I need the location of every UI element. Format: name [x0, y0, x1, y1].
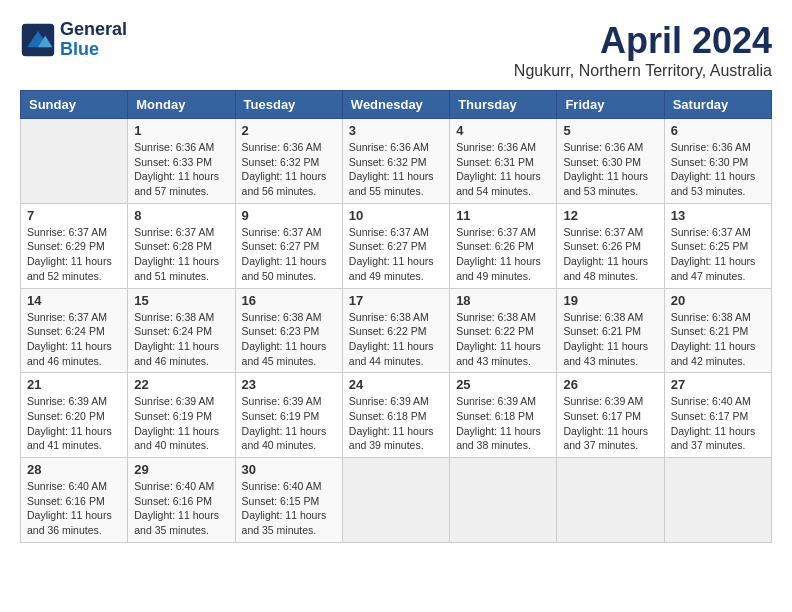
logo-icon	[20, 22, 56, 58]
calendar-cell: 2Sunrise: 6:36 AM Sunset: 6:32 PM Daylig…	[235, 119, 342, 204]
day-info: Sunrise: 6:39 AM Sunset: 6:19 PM Dayligh…	[134, 394, 228, 453]
day-info: Sunrise: 6:39 AM Sunset: 6:18 PM Dayligh…	[349, 394, 443, 453]
day-info: Sunrise: 6:36 AM Sunset: 6:30 PM Dayligh…	[563, 140, 657, 199]
day-info: Sunrise: 6:37 AM Sunset: 6:24 PM Dayligh…	[27, 310, 121, 369]
calendar-cell: 23Sunrise: 6:39 AM Sunset: 6:19 PM Dayli…	[235, 373, 342, 458]
day-number: 16	[242, 293, 336, 308]
weekday-header-sunday: Sunday	[21, 91, 128, 119]
day-number: 14	[27, 293, 121, 308]
day-info: Sunrise: 6:39 AM Sunset: 6:20 PM Dayligh…	[27, 394, 121, 453]
calendar-cell	[557, 458, 664, 543]
day-info: Sunrise: 6:39 AM Sunset: 6:18 PM Dayligh…	[456, 394, 550, 453]
calendar-cell: 1Sunrise: 6:36 AM Sunset: 6:33 PM Daylig…	[128, 119, 235, 204]
calendar-cell	[450, 458, 557, 543]
day-info: Sunrise: 6:37 AM Sunset: 6:29 PM Dayligh…	[27, 225, 121, 284]
calendar-cell	[342, 458, 449, 543]
day-info: Sunrise: 6:38 AM Sunset: 6:23 PM Dayligh…	[242, 310, 336, 369]
calendar-cell: 17Sunrise: 6:38 AM Sunset: 6:22 PM Dayli…	[342, 288, 449, 373]
logo-text: General Blue	[60, 20, 127, 60]
weekday-header-row: SundayMondayTuesdayWednesdayThursdayFrid…	[21, 91, 772, 119]
day-info: Sunrise: 6:37 AM Sunset: 6:26 PM Dayligh…	[456, 225, 550, 284]
day-number: 12	[563, 208, 657, 223]
day-number: 11	[456, 208, 550, 223]
calendar-table: SundayMondayTuesdayWednesdayThursdayFrid…	[20, 90, 772, 543]
day-info: Sunrise: 6:36 AM Sunset: 6:30 PM Dayligh…	[671, 140, 765, 199]
day-number: 28	[27, 462, 121, 477]
day-number: 3	[349, 123, 443, 138]
calendar-cell: 5Sunrise: 6:36 AM Sunset: 6:30 PM Daylig…	[557, 119, 664, 204]
day-number: 7	[27, 208, 121, 223]
calendar-cell: 10Sunrise: 6:37 AM Sunset: 6:27 PM Dayli…	[342, 203, 449, 288]
day-number: 20	[671, 293, 765, 308]
day-info: Sunrise: 6:37 AM Sunset: 6:26 PM Dayligh…	[563, 225, 657, 284]
weekday-header-wednesday: Wednesday	[342, 91, 449, 119]
title-section: April 2024 Ngukurr, Northern Territory, …	[514, 20, 772, 80]
calendar-cell: 16Sunrise: 6:38 AM Sunset: 6:23 PM Dayli…	[235, 288, 342, 373]
day-number: 24	[349, 377, 443, 392]
day-number: 25	[456, 377, 550, 392]
day-info: Sunrise: 6:36 AM Sunset: 6:32 PM Dayligh…	[349, 140, 443, 199]
weekday-header-thursday: Thursday	[450, 91, 557, 119]
day-info: Sunrise: 6:37 AM Sunset: 6:28 PM Dayligh…	[134, 225, 228, 284]
day-number: 2	[242, 123, 336, 138]
day-number: 18	[456, 293, 550, 308]
day-info: Sunrise: 6:38 AM Sunset: 6:22 PM Dayligh…	[456, 310, 550, 369]
calendar-cell: 4Sunrise: 6:36 AM Sunset: 6:31 PM Daylig…	[450, 119, 557, 204]
calendar-cell: 29Sunrise: 6:40 AM Sunset: 6:16 PM Dayli…	[128, 458, 235, 543]
calendar-cell: 19Sunrise: 6:38 AM Sunset: 6:21 PM Dayli…	[557, 288, 664, 373]
day-number: 5	[563, 123, 657, 138]
day-info: Sunrise: 6:40 AM Sunset: 6:16 PM Dayligh…	[27, 479, 121, 538]
day-number: 22	[134, 377, 228, 392]
calendar-cell: 27Sunrise: 6:40 AM Sunset: 6:17 PM Dayli…	[664, 373, 771, 458]
calendar-cell: 22Sunrise: 6:39 AM Sunset: 6:19 PM Dayli…	[128, 373, 235, 458]
day-number: 4	[456, 123, 550, 138]
day-number: 29	[134, 462, 228, 477]
calendar-cell: 6Sunrise: 6:36 AM Sunset: 6:30 PM Daylig…	[664, 119, 771, 204]
calendar-cell: 24Sunrise: 6:39 AM Sunset: 6:18 PM Dayli…	[342, 373, 449, 458]
day-number: 1	[134, 123, 228, 138]
day-info: Sunrise: 6:39 AM Sunset: 6:17 PM Dayligh…	[563, 394, 657, 453]
calendar-cell: 14Sunrise: 6:37 AM Sunset: 6:24 PM Dayli…	[21, 288, 128, 373]
calendar-week-row: 1Sunrise: 6:36 AM Sunset: 6:33 PM Daylig…	[21, 119, 772, 204]
calendar-cell: 26Sunrise: 6:39 AM Sunset: 6:17 PM Dayli…	[557, 373, 664, 458]
day-info: Sunrise: 6:40 AM Sunset: 6:17 PM Dayligh…	[671, 394, 765, 453]
day-info: Sunrise: 6:37 AM Sunset: 6:27 PM Dayligh…	[349, 225, 443, 284]
weekday-header-tuesday: Tuesday	[235, 91, 342, 119]
calendar-cell: 28Sunrise: 6:40 AM Sunset: 6:16 PM Dayli…	[21, 458, 128, 543]
calendar-cell	[664, 458, 771, 543]
calendar-week-row: 7Sunrise: 6:37 AM Sunset: 6:29 PM Daylig…	[21, 203, 772, 288]
day-number: 6	[671, 123, 765, 138]
day-info: Sunrise: 6:36 AM Sunset: 6:32 PM Dayligh…	[242, 140, 336, 199]
day-info: Sunrise: 6:36 AM Sunset: 6:31 PM Dayligh…	[456, 140, 550, 199]
calendar-cell: 18Sunrise: 6:38 AM Sunset: 6:22 PM Dayli…	[450, 288, 557, 373]
calendar-cell: 3Sunrise: 6:36 AM Sunset: 6:32 PM Daylig…	[342, 119, 449, 204]
day-info: Sunrise: 6:38 AM Sunset: 6:24 PM Dayligh…	[134, 310, 228, 369]
weekday-header-monday: Monday	[128, 91, 235, 119]
day-number: 9	[242, 208, 336, 223]
day-number: 23	[242, 377, 336, 392]
calendar-cell: 30Sunrise: 6:40 AM Sunset: 6:15 PM Dayli…	[235, 458, 342, 543]
day-number: 27	[671, 377, 765, 392]
calendar-cell: 13Sunrise: 6:37 AM Sunset: 6:25 PM Dayli…	[664, 203, 771, 288]
month-title: April 2024	[514, 20, 772, 62]
calendar-cell: 9Sunrise: 6:37 AM Sunset: 6:27 PM Daylig…	[235, 203, 342, 288]
day-info: Sunrise: 6:39 AM Sunset: 6:19 PM Dayligh…	[242, 394, 336, 453]
day-info: Sunrise: 6:36 AM Sunset: 6:33 PM Dayligh…	[134, 140, 228, 199]
location-title: Ngukurr, Northern Territory, Australia	[514, 62, 772, 80]
calendar-cell: 21Sunrise: 6:39 AM Sunset: 6:20 PM Dayli…	[21, 373, 128, 458]
calendar-cell: 15Sunrise: 6:38 AM Sunset: 6:24 PM Dayli…	[128, 288, 235, 373]
day-info: Sunrise: 6:38 AM Sunset: 6:22 PM Dayligh…	[349, 310, 443, 369]
day-info: Sunrise: 6:37 AM Sunset: 6:27 PM Dayligh…	[242, 225, 336, 284]
day-info: Sunrise: 6:38 AM Sunset: 6:21 PM Dayligh…	[671, 310, 765, 369]
calendar-cell: 12Sunrise: 6:37 AM Sunset: 6:26 PM Dayli…	[557, 203, 664, 288]
calendar-cell: 7Sunrise: 6:37 AM Sunset: 6:29 PM Daylig…	[21, 203, 128, 288]
day-number: 15	[134, 293, 228, 308]
day-info: Sunrise: 6:40 AM Sunset: 6:15 PM Dayligh…	[242, 479, 336, 538]
calendar-cell: 8Sunrise: 6:37 AM Sunset: 6:28 PM Daylig…	[128, 203, 235, 288]
day-number: 13	[671, 208, 765, 223]
calendar-cell	[21, 119, 128, 204]
logo: General Blue	[20, 20, 127, 60]
day-number: 19	[563, 293, 657, 308]
weekday-header-saturday: Saturday	[664, 91, 771, 119]
calendar-cell: 25Sunrise: 6:39 AM Sunset: 6:18 PM Dayli…	[450, 373, 557, 458]
